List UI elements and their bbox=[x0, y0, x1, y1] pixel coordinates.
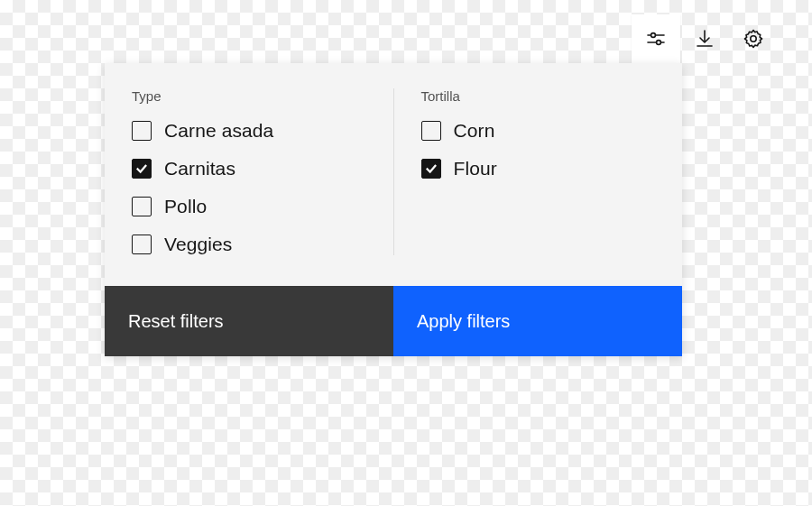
gear-icon bbox=[743, 28, 764, 50]
checkbox-icon bbox=[132, 121, 152, 141]
filter-sliders-icon bbox=[645, 28, 667, 50]
checkbox-icon bbox=[421, 121, 441, 141]
option-label: Veggies bbox=[164, 234, 232, 255]
checkbox-option[interactable]: Corn bbox=[421, 120, 656, 142]
checkbox-option[interactable]: Carnitas bbox=[132, 158, 366, 179]
download-button[interactable] bbox=[680, 14, 729, 63]
filter-panel-footer: Reset filters Apply filters bbox=[105, 286, 682, 356]
checkbox-option[interactable]: Carne asada bbox=[132, 120, 366, 142]
apply-filters-button[interactable]: Apply filters bbox=[393, 286, 682, 356]
filter-toggle-button[interactable] bbox=[632, 14, 680, 63]
checkbox-icon bbox=[132, 197, 152, 216]
checkbox-icon bbox=[132, 159, 152, 179]
toolbar bbox=[632, 14, 778, 63]
group-title: Type bbox=[132, 88, 366, 104]
option-label: Carne asada bbox=[164, 120, 273, 142]
svg-point-6 bbox=[751, 36, 756, 41]
checkbox-option[interactable]: Veggies bbox=[132, 234, 366, 255]
svg-point-1 bbox=[651, 33, 656, 38]
settings-button[interactable] bbox=[729, 14, 778, 63]
download-icon bbox=[694, 28, 715, 50]
checkbox-icon bbox=[421, 159, 441, 179]
svg-point-3 bbox=[657, 41, 661, 45]
option-label: Flour bbox=[454, 158, 497, 179]
group-title: Tortilla bbox=[421, 88, 656, 104]
checkbox-option[interactable]: Flour bbox=[421, 158, 656, 179]
option-label: Corn bbox=[454, 120, 495, 142]
filter-panel: Type Carne asada Carnitas Pollo bbox=[105, 63, 682, 356]
option-label: Pollo bbox=[164, 196, 207, 217]
option-label: Carnitas bbox=[164, 158, 235, 179]
filter-group-tortilla: Tortilla Corn Flour bbox=[393, 88, 683, 255]
canvas: Type Carne asada Carnitas Pollo bbox=[0, 0, 812, 506]
checkbox-option[interactable]: Pollo bbox=[132, 196, 366, 217]
reset-filters-button[interactable]: Reset filters bbox=[105, 286, 393, 356]
filter-group-type: Type Carne asada Carnitas Pollo bbox=[105, 88, 393, 255]
filter-panel-body: Type Carne asada Carnitas Pollo bbox=[105, 63, 682, 286]
checkbox-icon bbox=[132, 235, 152, 254]
